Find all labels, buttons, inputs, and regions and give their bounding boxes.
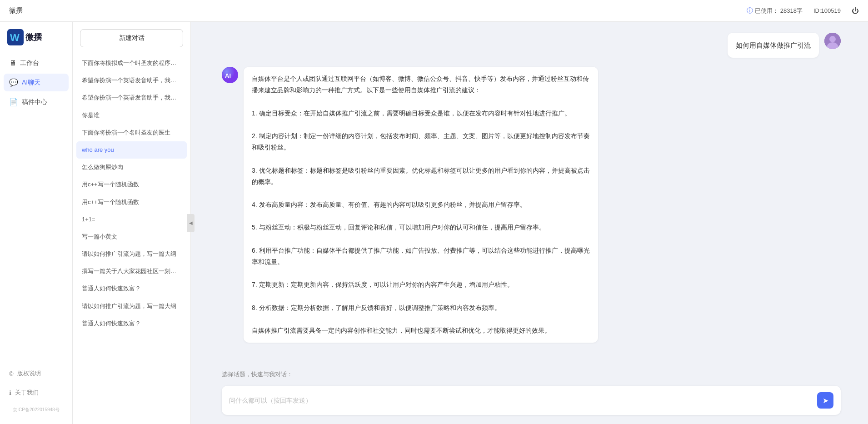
sidebar-label-workbench: 工作台 [20,59,39,67]
history-item[interactable]: 下面你将扮演一个名叫圣友的医生 [76,124,187,141]
history-list: 下面你将模拟成一个叫圣友的程序员，我说... 希望你扮演一个英语发音助手，我提供… [73,55,190,424]
send-icon: ➤ [823,396,828,405]
chat-input[interactable] [229,397,813,404]
ai-chat-icon: 💬 [9,78,18,87]
history-item[interactable]: 撰写一篇关于八大家花园社区一刻钟便民生... [76,263,187,280]
history-panel: 新建对话 下面你将模拟成一个叫圣友的程序员，我说... 希望你扮演一个英语发音助… [73,22,191,424]
history-item[interactable]: 用c++写一个随机函数 [76,176,187,193]
sidebar-bottom: © 版权说明 ℹ 关于我们 京ICP备2022015948号 [0,365,72,417]
input-box: ➤ [222,386,841,415]
sidebar-item-copyright[interactable]: © 版权说明 [4,365,69,382]
collapse-panel-button[interactable]: ◀ [187,214,195,232]
send-button[interactable]: ➤ [817,392,833,409]
ai-message-text: 自媒体平台是个人或团队通过互联网平台（如博客、微博、微信公众号、抖音、快手等）发… [252,75,590,334]
quick-topics: 选择话题，快速与我对话： [195,367,868,380]
about-icon: ℹ [9,389,11,396]
topbar-right: ⓘ 已使用： 28318字 ID:100519 ⏻ [747,7,859,15]
chat-area: 如何用自媒体做推广引流 [195,22,868,424]
message-row-user: 如何用自媒体做推广引流 [222,33,841,58]
sidebar: W 微撰 🖥 工作台 💬 AI聊天 📄 稿件中心 © 版权说明 [0,22,73,424]
history-item[interactable]: 你是谁 [76,107,187,124]
usage-label: 已使用： [755,7,778,15]
svg-text:W: W [10,32,20,43]
sidebar-label-draft: 稿件中心 [22,98,47,106]
sidebar-item-about[interactable]: ℹ 关于我们 [4,384,69,401]
draft-icon: 📄 [9,98,18,106]
sidebar-label-copyright: 版权说明 [17,369,41,378]
history-item[interactable]: 下面你将模拟成一个叫圣友的程序员，我说... [76,55,187,72]
history-item[interactable]: 希望你扮演一个英语发音助手，我提供给你... [76,72,187,89]
history-item[interactable]: 用c++写一个随机函数 [76,194,187,211]
history-item[interactable]: 普通人如何快速致富？ [76,280,187,297]
sidebar-label-about: 关于我们 [15,389,39,397]
quick-topics-label: 选择话题，快速与我对话： [222,371,293,378]
history-item[interactable]: 普通人如何快速致富？ [76,315,187,332]
message-row-assistant: AI 自媒体平台是个人或团队通过互联网平台（如博客、微博、微信公众号、抖音、快手… [222,67,841,343]
ai-avatar: AI [222,67,238,83]
ai-avatar-icon: AI [222,67,238,83]
sidebar-item-draft[interactable]: 📄 稿件中心 [4,93,69,111]
svg-text:AI: AI [225,72,231,79]
workbench-icon: 🖥 [9,59,16,67]
user-avatar [824,33,841,49]
sidebar-item-workbench[interactable]: 🖥 工作台 [4,55,69,72]
topbar-id: ID:100519 [813,7,841,14]
copyright-icon: © [9,370,14,377]
user-avatar-icon [824,33,841,49]
sidebar-label-ai-chat: AI聊天 [22,79,40,87]
new-conversation-button[interactable]: 新建对话 [80,29,183,47]
sidebar-item-ai-chat[interactable]: 💬 AI聊天 [4,74,69,91]
usage-icon: ⓘ [747,7,753,15]
logo-text: 微撰 [25,32,42,43]
history-item[interactable]: 写一篇小黄文 [76,228,187,245]
usage-value: 28318字 [780,7,803,15]
logout-icon[interactable]: ⏻ [852,7,859,15]
input-area: ➤ [195,380,868,424]
sidebar-logo: W 微撰 [0,29,72,55]
main-layout: W 微撰 🖥 工作台 💬 AI聊天 📄 稿件中心 © 版权说明 [0,22,868,424]
topbar: 微撰 ⓘ 已使用： 28318字 ID:100519 ⏻ [0,0,868,22]
user-message-text: 如何用自媒体做推广引流 [736,41,811,49]
ai-message-content: 自媒体平台是个人或团队通过互联网平台（如博客、微博、微信公众号、抖音、快手等）发… [244,67,598,343]
history-item[interactable]: 1+1= [76,211,187,228]
history-item[interactable]: 请以如何推广引流为题，写一篇大纲 [76,298,187,315]
svg-point-3 [829,36,836,42]
topbar-usage: ⓘ 已使用： 28318字 [747,7,803,15]
history-item[interactable]: 怎么做狗屎炒肉 [76,159,187,176]
chat-messages: 如何用自媒体做推广引流 [195,22,868,367]
history-item-active[interactable]: who are you [76,141,187,159]
history-item[interactable]: 希望你扮演一个英语发音助手，我提供给你... [76,89,187,106]
sidebar-nav: 🖥 工作台 💬 AI聊天 📄 稿件中心 [0,55,72,365]
icp-text: 京ICP备2022015948号 [4,403,69,417]
user-message-content: 如何用自媒体做推广引流 [728,33,819,58]
topbar-title: 微撰 [9,6,747,15]
history-item[interactable]: 请以如何推广引流为题，写一篇大纲 [76,245,187,263]
logo-icon: W [7,29,24,45]
